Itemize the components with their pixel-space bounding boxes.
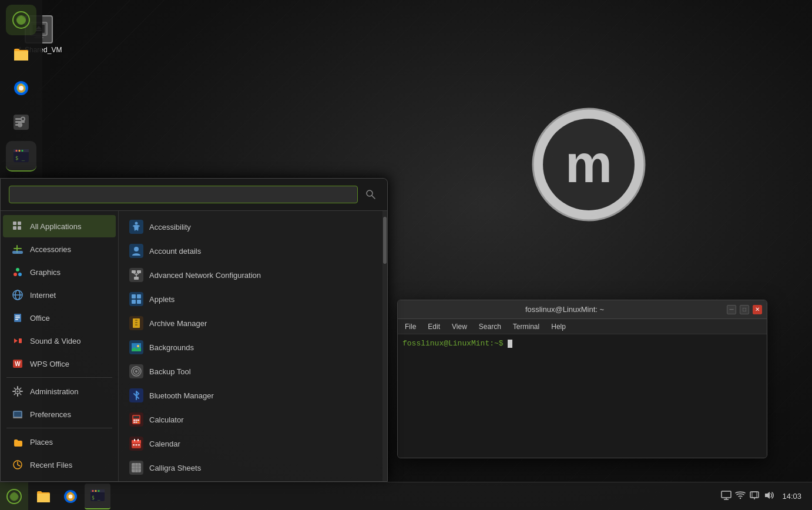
terminal-menu-view[interactable]: View	[449, 321, 469, 332]
app-backup-tool[interactable]: Backup Tool	[121, 360, 380, 383]
svg-point-116	[92, 490, 94, 492]
tray-network-icon[interactable]	[735, 490, 746, 503]
app-calculator[interactable]: Calculator	[121, 408, 380, 431]
terminal-controls: ─ □ ✕	[727, 305, 762, 314]
svg-point-118	[98, 490, 100, 492]
svg-rect-93	[136, 422, 137, 423]
terminal-maximize-btn[interactable]: □	[740, 305, 749, 314]
terminal-menu-terminal[interactable]: Terminal	[511, 321, 542, 332]
category-all[interactable]: All Applications	[3, 215, 116, 237]
svg-rect-50	[15, 316, 20, 317]
svg-point-45	[18, 273, 22, 276]
taskbar-app-firefox[interactable]	[58, 484, 83, 509]
calligra-sheets-icon	[129, 461, 143, 475]
menu-divider-1	[6, 377, 112, 378]
category-recent[interactable]: Recent Files	[3, 454, 116, 476]
app-archive-manager[interactable]: Archive Manager	[121, 311, 380, 335]
advanced-network-label: Advanced Network Configuration	[149, 271, 261, 280]
terminal-close-btn[interactable]: ✕	[753, 305, 762, 314]
app-account-details[interactable]: Account details	[121, 239, 380, 263]
category-graphics[interactable]: Graphics	[3, 261, 116, 283]
svg-text:$ _: $ _	[15, 155, 25, 161]
applets-icon	[129, 292, 143, 306]
dock-terminal[interactable]: $ _	[6, 141, 36, 172]
archive-manager-label: Archive Manager	[149, 319, 207, 328]
dock-files[interactable]	[6, 39, 36, 69]
svg-rect-96	[132, 440, 141, 443]
app-accessibility[interactable]: Accessibility	[121, 215, 380, 239]
search-input[interactable]	[9, 186, 358, 203]
svg-point-117	[95, 490, 97, 492]
dock-firefox[interactable]	[6, 73, 36, 103]
app-calligra-sheets[interactable]: Calligra Sheets	[121, 456, 380, 479]
svg-rect-39	[18, 226, 21, 230]
svg-rect-124	[752, 492, 757, 498]
taskbar-app-terminal[interactable]: $ _	[85, 484, 110, 509]
terminal-title: fosslinux@LinuxMint: ~	[402, 305, 727, 314]
category-office[interactable]: Office	[3, 307, 116, 329]
terminal-body[interactable]: fosslinux@LinuxMint:~$	[398, 334, 767, 458]
search-button[interactable]	[363, 186, 379, 203]
tray-display-icon[interactable]	[749, 490, 760, 503]
calculator-icon	[129, 412, 143, 427]
svg-rect-97	[134, 439, 135, 441]
category-wps-office[interactable]: W WPS Office	[3, 353, 116, 375]
terminal-menu-help[interactable]: Help	[549, 321, 568, 332]
svg-rect-98	[137, 439, 139, 441]
svg-rect-88	[133, 416, 139, 418]
desktop: m sf_Shared_VM	[0, 0, 812, 510]
backup-tool-icon	[129, 364, 143, 378]
svg-rect-67	[137, 270, 141, 273]
taskbar-clock: 14:03	[777, 492, 806, 501]
svg-point-83	[137, 345, 139, 347]
category-places-label: Places	[30, 438, 53, 447]
terminal-minimize-btn[interactable]: ─	[727, 305, 736, 314]
dock-settings[interactable]	[6, 107, 36, 137]
app-advanced-network[interactable]: Advanced Network Configuration	[121, 263, 380, 287]
svg-rect-66	[132, 270, 136, 273]
terminal-menu-file[interactable]: File	[402, 321, 418, 332]
dock-start[interactable]	[6, 5, 36, 35]
tray-screen-icon[interactable]	[721, 490, 732, 503]
svg-rect-89	[133, 420, 135, 421]
sound-video-icon	[11, 334, 24, 347]
svg-rect-79	[135, 322, 137, 323]
graphics-icon	[11, 266, 24, 279]
svg-rect-52	[15, 319, 18, 320]
taskbar-app-files[interactable]	[31, 484, 56, 509]
svg-point-25	[19, 150, 21, 152]
terminal-menu-edit[interactable]: Edit	[425, 321, 442, 332]
app-calendar[interactable]: Calendar	[121, 432, 380, 455]
category-places[interactable]: Places	[3, 431, 116, 453]
menu-divider-2	[6, 428, 112, 428]
calligra-sheets-label: Calligra Sheets	[149, 464, 201, 472]
app-bluetooth-manager[interactable]: Bluetooth Manager	[121, 384, 380, 407]
svg-rect-100	[136, 444, 137, 446]
places-icon	[11, 435, 24, 448]
scroll-thumb[interactable]	[383, 217, 387, 264]
svg-rect-76	[137, 300, 141, 304]
category-sound-video[interactable]: Sound & Video	[3, 330, 116, 352]
svg-point-113	[69, 494, 73, 498]
account-details-label: Account details	[149, 247, 201, 256]
category-internet[interactable]: Internet	[3, 284, 116, 306]
svg-text:$ _: $ _	[92, 495, 100, 501]
applets-label: Applets	[149, 295, 175, 304]
category-accessories[interactable]: Accessories	[3, 238, 116, 260]
office-icon	[11, 311, 24, 324]
taskbar-start-button[interactable]	[0, 482, 28, 511]
tray-volume-icon[interactable]	[763, 490, 774, 503]
category-administration[interactable]: Administration	[3, 380, 116, 402]
svg-rect-60	[14, 412, 21, 417]
start-menu: All Applications Accessories	[0, 178, 388, 482]
administration-icon	[11, 385, 24, 398]
svg-rect-99	[133, 444, 135, 446]
bluetooth-manager-label: Bluetooth Manager	[149, 391, 214, 400]
app-backgrounds[interactable]: Backgrounds	[121, 335, 380, 359]
terminal-window: fosslinux@LinuxMint: ~ ─ □ ✕ File Edit V…	[397, 300, 767, 458]
category-recent-label: Recent Files	[30, 461, 72, 469]
category-preferences[interactable]: Preferences	[3, 403, 116, 425]
svg-rect-123	[750, 492, 759, 498]
terminal-menu-search[interactable]: Search	[477, 321, 504, 332]
app-applets[interactable]: Applets	[121, 287, 380, 311]
